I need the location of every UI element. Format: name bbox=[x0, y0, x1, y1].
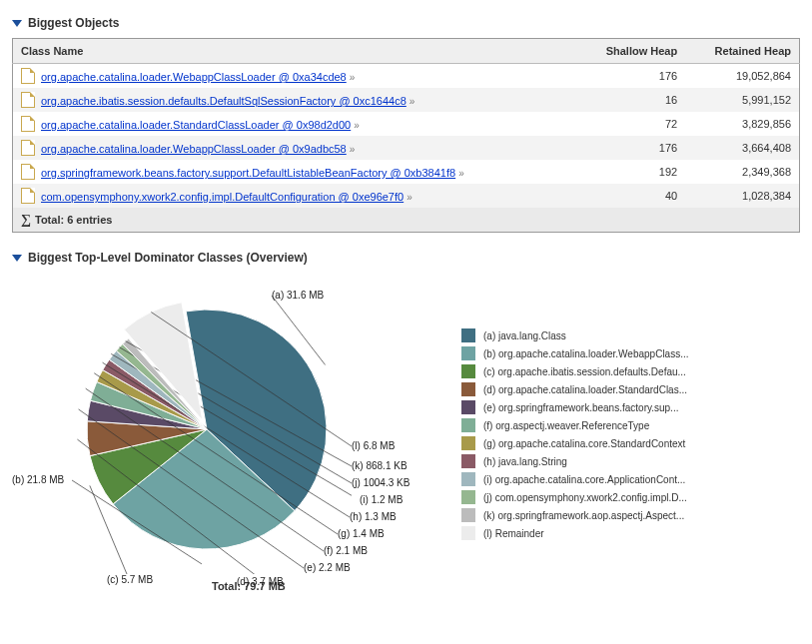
file-icon bbox=[21, 188, 35, 204]
expand-icon[interactable]: » bbox=[350, 144, 356, 155]
biggest-objects-table: Class Name Shallow Heap Retained Heap or… bbox=[12, 38, 800, 233]
file-icon bbox=[21, 140, 35, 156]
legend-swatch bbox=[461, 526, 475, 540]
slice-label-k: (k) 868.1 KB bbox=[352, 460, 407, 471]
legend-swatch bbox=[461, 454, 475, 468]
legend-swatch bbox=[461, 490, 475, 504]
disclosure-icon bbox=[12, 255, 22, 262]
shallow-heap-cell: 16 bbox=[578, 88, 686, 112]
file-icon bbox=[21, 92, 35, 108]
shallow-heap-cell: 192 bbox=[578, 160, 686, 184]
slice-label-j: (j) 1004.3 KB bbox=[352, 477, 409, 488]
legend-item[interactable]: (e) org.springframework.beans.factory.su… bbox=[461, 400, 689, 414]
table-row: org.apache.catalina.loader.WebappClassLo… bbox=[13, 64, 800, 89]
legend-label: (d) org.apache.catalina.loader.StandardC… bbox=[483, 384, 687, 395]
legend-label: (e) org.springframework.beans.factory.su… bbox=[483, 402, 678, 413]
class-link[interactable]: org.apache.catalina.loader.WebappClassLo… bbox=[41, 71, 347, 83]
shallow-heap-cell: 176 bbox=[578, 64, 686, 89]
expand-icon[interactable]: » bbox=[350, 72, 356, 83]
slice-label-b: (b) 21.8 MB bbox=[12, 474, 64, 485]
disclosure-icon bbox=[12, 20, 22, 27]
retained-heap-cell: 5,991,152 bbox=[685, 88, 799, 112]
legend-label: (h) java.lang.String bbox=[483, 456, 567, 467]
retained-heap-cell: 19,052,864 bbox=[685, 64, 799, 89]
legend-swatch bbox=[461, 364, 475, 378]
legend-item[interactable]: (a) java.lang.Class bbox=[461, 328, 689, 342]
legend-item[interactable]: (b) org.apache.catalina.loader.WebappCla… bbox=[461, 346, 689, 360]
legend-swatch bbox=[461, 508, 475, 522]
legend-label: (b) org.apache.catalina.loader.WebappCla… bbox=[483, 348, 689, 359]
section-title: Biggest Objects bbox=[28, 16, 119, 30]
retained-heap-cell: 3,829,856 bbox=[685, 112, 799, 136]
pie-chart bbox=[62, 285, 352, 574]
legend-label: (i) org.apache.catalina.core.Application… bbox=[483, 474, 685, 485]
section-title: Biggest Top-Level Dominator Classes (Ove… bbox=[28, 251, 308, 265]
slice-label-h: (h) 1.3 MB bbox=[350, 511, 397, 522]
legend-swatch bbox=[461, 472, 475, 486]
table-row: org.apache.catalina.loader.StandardClass… bbox=[13, 112, 800, 136]
retained-heap-cell: 3,664,408 bbox=[685, 136, 799, 160]
legend-label: (j) com.opensymphony.xwork2.config.impl.… bbox=[483, 492, 687, 503]
file-icon bbox=[21, 68, 35, 84]
slice-label-f: (f) 2.1 MB bbox=[324, 545, 368, 556]
file-icon bbox=[21, 164, 35, 180]
table-total: ∑Total: 6 entries bbox=[13, 208, 800, 233]
slice-label-a: (a) 31.6 MB bbox=[272, 290, 324, 301]
shallow-heap-cell: 72 bbox=[578, 112, 686, 136]
legend-swatch bbox=[461, 346, 475, 360]
class-link[interactable]: org.apache.catalina.loader.StandardClass… bbox=[41, 119, 351, 131]
legend-label: (k) org.springframework.aop.aspectj.Aspe… bbox=[483, 510, 684, 521]
col-retained-heap[interactable]: Retained Heap bbox=[685, 39, 799, 64]
legend-item[interactable]: (f) org.aspectj.weaver.ReferenceType bbox=[461, 418, 689, 432]
legend-item[interactable]: (g) org.apache.catalina.core.StandardCon… bbox=[461, 436, 689, 450]
legend-swatch bbox=[461, 418, 475, 432]
legend-label: (g) org.apache.catalina.core.StandardCon… bbox=[483, 438, 685, 449]
legend-item[interactable]: (i) org.apache.catalina.core.Application… bbox=[461, 472, 689, 486]
section-header-dominators[interactable]: Biggest Top-Level Dominator Classes (Ove… bbox=[12, 251, 800, 265]
class-link[interactable]: org.springframework.beans.factory.suppor… bbox=[41, 167, 455, 179]
legend-item[interactable]: (k) org.springframework.aop.aspectj.Aspe… bbox=[461, 508, 689, 522]
legend-item[interactable]: (h) java.lang.String bbox=[461, 454, 689, 468]
expand-icon[interactable]: » bbox=[458, 168, 464, 179]
class-link[interactable]: org.apache.ibatis.session.defaults.Defau… bbox=[41, 95, 406, 107]
legend-label: (c) org.apache.ibatis.session.defaults.D… bbox=[483, 366, 686, 377]
slice-label-d: (d) 3.7 MB bbox=[237, 576, 284, 587]
class-link[interactable]: org.apache.catalina.loader.WebappClassLo… bbox=[41, 143, 347, 155]
expand-icon[interactable]: » bbox=[354, 120, 360, 131]
legend-item[interactable]: (l) Remainder bbox=[461, 526, 689, 540]
slice-label-c: (c) 5.7 MB bbox=[107, 574, 153, 585]
legend-swatch bbox=[461, 328, 475, 342]
legend-item[interactable]: (j) com.opensymphony.xwork2.config.impl.… bbox=[461, 490, 689, 504]
legend-swatch bbox=[461, 400, 475, 414]
slice-label-e: (e) 2.2 MB bbox=[304, 562, 351, 573]
legend-swatch bbox=[461, 436, 475, 450]
table-row: org.apache.ibatis.session.defaults.Defau… bbox=[13, 88, 800, 112]
legend-label: (f) org.aspectj.weaver.ReferenceType bbox=[483, 420, 649, 431]
slice-label-i: (i) 1.2 MB bbox=[360, 494, 403, 505]
col-class-name[interactable]: Class Name bbox=[13, 39, 578, 64]
retained-heap-cell: 2,349,368 bbox=[685, 160, 799, 184]
legend-label: (l) Remainder bbox=[483, 528, 544, 539]
file-icon bbox=[21, 116, 35, 132]
legend-swatch bbox=[461, 382, 475, 396]
legend: (a) java.lang.Class(b) org.apache.catali… bbox=[461, 324, 689, 544]
table-row: com.opensymphony.xwork2.config.impl.Defa… bbox=[13, 184, 800, 208]
table-row: org.springframework.beans.factory.suppor… bbox=[13, 160, 800, 184]
legend-label: (a) java.lang.Class bbox=[483, 330, 566, 341]
col-shallow-heap[interactable]: Shallow Heap bbox=[578, 39, 686, 64]
retained-heap-cell: 1,028,384 bbox=[685, 184, 799, 208]
expand-icon[interactable]: » bbox=[406, 192, 412, 203]
legend-item[interactable]: (c) org.apache.ibatis.session.defaults.D… bbox=[461, 364, 689, 378]
table-row: org.apache.catalina.loader.WebappClassLo… bbox=[13, 136, 800, 160]
slice-label-l: (l) 6.8 MB bbox=[352, 440, 395, 451]
class-link[interactable]: com.opensymphony.xwork2.config.impl.Defa… bbox=[41, 191, 404, 203]
expand-icon[interactable]: » bbox=[409, 96, 415, 107]
section-header-biggest-objects[interactable]: Biggest Objects bbox=[12, 16, 800, 30]
legend-item[interactable]: (d) org.apache.catalina.loader.StandardC… bbox=[461, 382, 689, 396]
slice-label-g: (g) 1.4 MB bbox=[338, 528, 385, 539]
shallow-heap-cell: 176 bbox=[578, 136, 686, 160]
shallow-heap-cell: 40 bbox=[578, 184, 686, 208]
pie-chart-container: (a) 31.6 MB(b) 21.8 MB(c) 5.7 MB(d) 3.7 … bbox=[12, 285, 431, 592]
